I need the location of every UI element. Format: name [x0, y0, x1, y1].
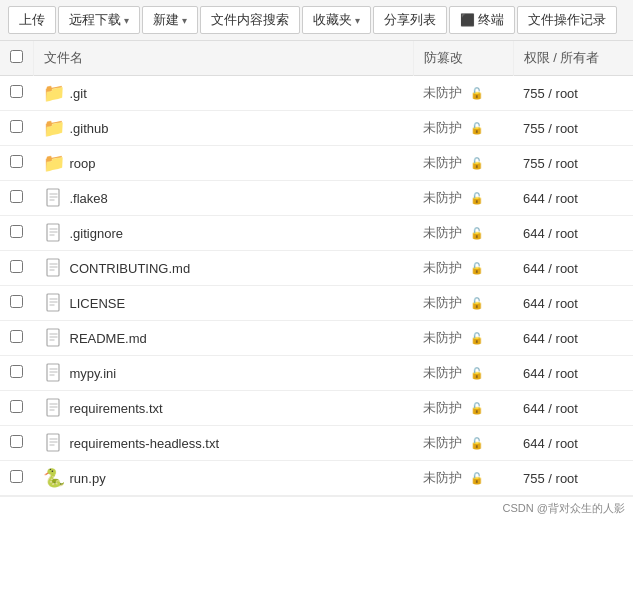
lock-icon: 🔓	[470, 157, 484, 170]
file-name-cell[interactable]: LICENSE	[34, 286, 414, 321]
document-icon	[44, 258, 64, 278]
favorites-button[interactable]: 收藏夹 ▾	[302, 6, 371, 34]
table-row: .flake8未防护🔓644 / root	[0, 181, 633, 216]
file-name-cell[interactable]: 📁.github	[34, 111, 414, 146]
file-name-cell[interactable]: mypy.ini	[34, 356, 414, 391]
document-icon	[44, 398, 64, 418]
permission-text: 755 / root	[523, 156, 578, 171]
protection-text: 未防护	[423, 189, 462, 207]
filename-header: 文件名	[34, 41, 414, 76]
permission-text: 644 / root	[523, 261, 578, 276]
row-checkbox[interactable]	[10, 85, 23, 98]
lock-icon: 🔓	[470, 262, 484, 275]
upload-button[interactable]: 上传	[8, 6, 56, 34]
row-checkbox[interactable]	[10, 400, 23, 413]
permission-text: 755 / root	[523, 121, 578, 136]
lock-icon: 🔓	[470, 87, 484, 100]
lock-icon: 🔓	[470, 192, 484, 205]
upload-label: 上传	[19, 11, 45, 29]
permission-text: 644 / root	[523, 331, 578, 346]
protection-cell: 未防护🔓	[413, 426, 513, 461]
file-name-cell[interactable]: requirements-headless.txt	[34, 426, 414, 461]
lock-icon: 🔓	[470, 297, 484, 310]
file-name-text: requirements-headless.txt	[70, 436, 220, 451]
lock-icon: 🔓	[470, 227, 484, 240]
file-name-cell[interactable]: 🐍run.py	[34, 461, 414, 496]
file-name-cell[interactable]: 📁.git	[34, 76, 414, 111]
protection-cell: 未防护🔓	[413, 251, 513, 286]
table-header-row: 文件名 防篡改 权限 / 所有者	[0, 41, 633, 76]
row-checkbox-cell	[0, 391, 34, 426]
file-name-cell[interactable]: .flake8	[34, 181, 414, 216]
protection-text: 未防护	[423, 329, 462, 347]
file-name-cell[interactable]: requirements.txt	[34, 391, 414, 426]
row-checkbox[interactable]	[10, 435, 23, 448]
share-list-button[interactable]: 分享列表	[373, 6, 447, 34]
row-checkbox-cell	[0, 251, 34, 286]
row-checkbox[interactable]	[10, 365, 23, 378]
table-row: CONTRIBUTING.md未防护🔓644 / root	[0, 251, 633, 286]
terminal-button[interactable]: ⬛ 终端	[449, 6, 515, 34]
permission-cell: 644 / root	[513, 321, 633, 356]
file-ops-button[interactable]: 文件操作记录	[517, 6, 617, 34]
row-checkbox-cell	[0, 111, 34, 146]
protection-cell: 未防护🔓	[413, 321, 513, 356]
row-checkbox[interactable]	[10, 470, 23, 483]
protection-cell: 未防护🔓	[413, 76, 513, 111]
document-icon	[44, 223, 64, 243]
protection-text: 未防护	[423, 154, 462, 172]
file-name-text: .flake8	[70, 191, 108, 206]
python-file-icon: 🐍	[44, 468, 64, 488]
row-checkbox-cell	[0, 216, 34, 251]
file-name-text: LICENSE	[70, 296, 126, 311]
protection-cell: 未防护🔓	[413, 111, 513, 146]
file-name-cell[interactable]: CONTRIBUTING.md	[34, 251, 414, 286]
remote-download-button[interactable]: 远程下载 ▾	[58, 6, 140, 34]
chevron-down-icon: ▾	[355, 15, 360, 26]
file-name-text: run.py	[70, 471, 106, 486]
file-name-cell[interactable]: 📁roop	[34, 146, 414, 181]
file-search-button[interactable]: 文件内容搜索	[200, 6, 300, 34]
lock-icon: 🔓	[470, 437, 484, 450]
table-row: mypy.ini未防护🔓644 / root	[0, 356, 633, 391]
row-checkbox[interactable]	[10, 190, 23, 203]
row-checkbox[interactable]	[10, 155, 23, 168]
row-checkbox[interactable]	[10, 260, 23, 273]
row-checkbox-cell	[0, 181, 34, 216]
permission-cell: 755 / root	[513, 461, 633, 496]
permission-cell: 755 / root	[513, 111, 633, 146]
protection-header: 防篡改	[413, 41, 513, 76]
permission-cell: 755 / root	[513, 76, 633, 111]
watermark-text: CSDN @背对众生的人影	[503, 501, 625, 516]
row-checkbox-cell	[0, 426, 34, 461]
permission-cell: 644 / root	[513, 391, 633, 426]
lock-icon: 🔓	[470, 472, 484, 485]
file-name-cell[interactable]: README.md	[34, 321, 414, 356]
protection-cell: 未防护🔓	[413, 461, 513, 496]
row-checkbox[interactable]	[10, 225, 23, 238]
protection-cell: 未防护🔓	[413, 391, 513, 426]
row-checkbox[interactable]	[10, 295, 23, 308]
permission-text: 644 / root	[523, 296, 578, 311]
file-name-text: .github	[70, 121, 109, 136]
table-row: README.md未防护🔓644 / root	[0, 321, 633, 356]
protection-cell: 未防护🔓	[413, 146, 513, 181]
permission-cell: 644 / root	[513, 286, 633, 321]
new-button[interactable]: 新建 ▾	[142, 6, 198, 34]
permission-cell: 755 / root	[513, 146, 633, 181]
document-icon	[44, 328, 64, 348]
select-all-header[interactable]	[0, 41, 34, 76]
watermark-bar: CSDN @背对众生的人影	[0, 496, 633, 520]
file-name-cell[interactable]: .gitignore	[34, 216, 414, 251]
row-checkbox-cell	[0, 76, 34, 111]
protection-cell: 未防护🔓	[413, 356, 513, 391]
permission-text: 644 / root	[523, 191, 578, 206]
row-checkbox[interactable]	[10, 120, 23, 133]
table-row: 🐍run.py未防护🔓755 / root	[0, 461, 633, 496]
select-all-checkbox[interactable]	[10, 50, 23, 63]
protection-text: 未防护	[423, 119, 462, 137]
file-name-text: mypy.ini	[70, 366, 117, 381]
permission-cell: 644 / root	[513, 426, 633, 461]
permission-header: 权限 / 所有者	[513, 41, 633, 76]
row-checkbox[interactable]	[10, 330, 23, 343]
